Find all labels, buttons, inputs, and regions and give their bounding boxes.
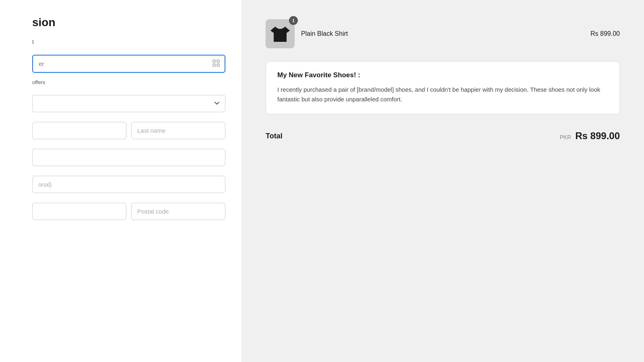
svg-rect-2 [213,64,215,66]
quantity-badge: 1 [289,16,298,25]
postal-input[interactable] [131,203,225,220]
tshirt-icon [270,23,291,44]
offers-text: offers [32,79,225,85]
review-title: My New Favorite Shoes! : [277,71,608,79]
name-row [32,122,225,139]
last-name-input[interactable] [131,122,225,139]
total-label: Total [266,132,283,140]
total-price: Rs 899.00 [575,130,620,142]
email-input[interactable] [32,55,225,73]
review-card: My New Favorite Shoes! : I recently purc… [266,61,620,114]
svg-rect-0 [213,60,215,62]
currency-label: PKR [559,134,571,140]
grid-icon [213,60,220,68]
product-image-wrapper: 1 [266,19,295,48]
apartment-input[interactable] [32,176,225,193]
city-postal-row [32,203,225,220]
page-title: sion [32,16,225,29]
product-price: Rs 899.00 [590,30,620,37]
total-right: PKR Rs 899.00 [559,130,620,142]
right-panel: 1 Plain Black Shirt Rs 899.00 My New Fav… [242,0,644,362]
product-row: 1 Plain Black Shirt Rs 899.00 [266,16,620,51]
review-body: I recently purchased a pair of [brand/mo… [277,85,608,104]
subtitle: t [32,39,225,45]
address-input[interactable] [32,149,225,166]
country-select-wrapper: Pakistan United States [32,95,225,112]
first-name-input[interactable] [32,122,126,139]
total-row: Total PKR Rs 899.00 [266,124,620,148]
email-input-wrapper [32,55,225,73]
svg-rect-3 [217,64,219,66]
product-name: Plain Black Shirt [301,30,348,37]
country-select[interactable]: Pakistan United States [32,95,225,112]
left-panel: sion t offers Pakistan United States [0,0,242,362]
product-left: 1 Plain Black Shirt [266,19,348,48]
city-input[interactable] [32,203,126,220]
svg-rect-1 [217,60,219,62]
